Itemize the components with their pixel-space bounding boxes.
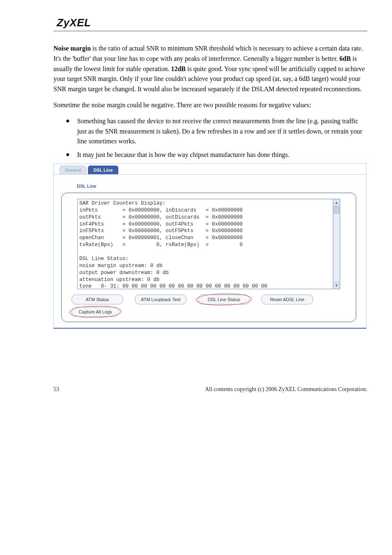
scroll-down-icon[interactable]: ▼ [333,282,340,289]
list-item: ● Something has caused the device to not… [66,116,367,147]
atm-status-button[interactable]: ATM Status [71,295,123,304]
list-item-text: Something has caused the device to not r… [77,116,367,147]
bullet-list: ● Something has caused the device to not… [66,116,367,147]
tab-dsl-line[interactable]: DSL Line [88,166,118,174]
panel-frame: SAR Driver Counters Display: inPkts = 0x… [61,193,356,322]
brand-logo: ZyXEL [57,16,367,29]
atm-loopback-test-button[interactable]: ATM Loopback Test [135,295,187,304]
page-footer: 53 All contents copyright (c) 2006 ZyXEL… [53,386,367,393]
paragraph-noise-margin: Noise margin is the ratio of actual SNR … [53,44,367,94]
list-item: ● It may just be because that is how the… [66,150,367,160]
page-number: 53 [53,386,59,393]
scroll-up-icon[interactable]: ▲ [333,199,340,206]
screenshot-dsl-line-panel: General DSL Line DSL Line SAR Driver Cou… [53,164,367,329]
panel-title: DSL Line [54,175,366,191]
scrollbar-track[interactable] [333,206,340,282]
bullet-icon: ● [66,150,70,159]
dsl-console-output: SAR Driver Counters Display: inPkts = 0x… [77,199,333,289]
bullet-icon: ● [66,116,70,125]
text-segment: is the ratio of actual SNR to minimum SN… [53,45,363,62]
paragraph-negative-intro: Sometime the noise margin could be negat… [53,100,367,111]
scrollbar[interactable]: ▲ ▼ [333,199,340,289]
list-item-text: It may just be because that is how the w… [77,150,290,160]
tab-bar: General DSL Line [54,164,366,175]
bullet-list: ● It may just be because that is how the… [66,150,367,160]
dsl-line-status-button[interactable]: DSL Line Status [198,295,250,304]
scrollbar-thumb[interactable] [334,206,339,214]
value-6db: 6dB [339,55,351,62]
reset-adsl-line-button[interactable]: Reset ADSL Line [261,295,313,304]
value-12db: 12dB [171,65,186,72]
capture-all-logs-button[interactable]: Capture All Logs [71,307,119,317]
tab-general[interactable]: General [60,166,86,174]
copyright-text: All contents copyright (c) 2006 ZyXEL Co… [205,386,367,393]
term-noise-margin: Noise margin [53,45,91,52]
